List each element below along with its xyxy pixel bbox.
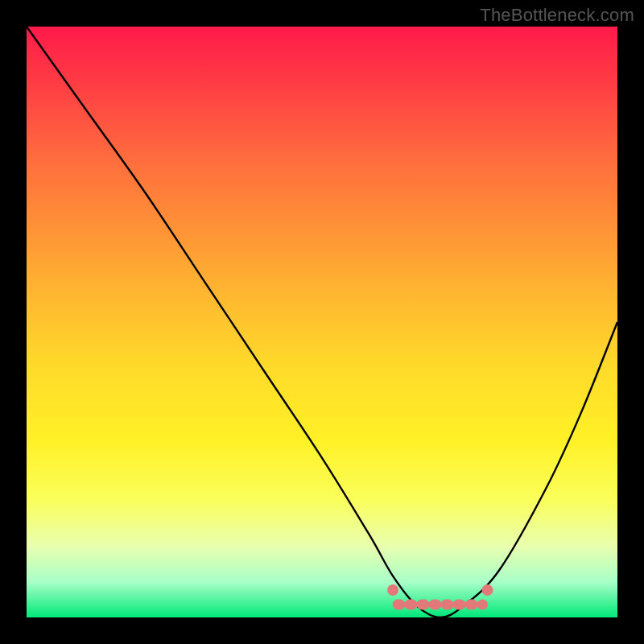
bottleneck-curve-line (27, 27, 617, 617)
watermark-text: TheBottleneck.com (480, 5, 634, 26)
chart-plot-area (27, 27, 617, 617)
bottleneck-curve-svg (27, 27, 617, 617)
svg-point-0 (387, 584, 398, 596)
svg-point-1 (482, 584, 493, 596)
